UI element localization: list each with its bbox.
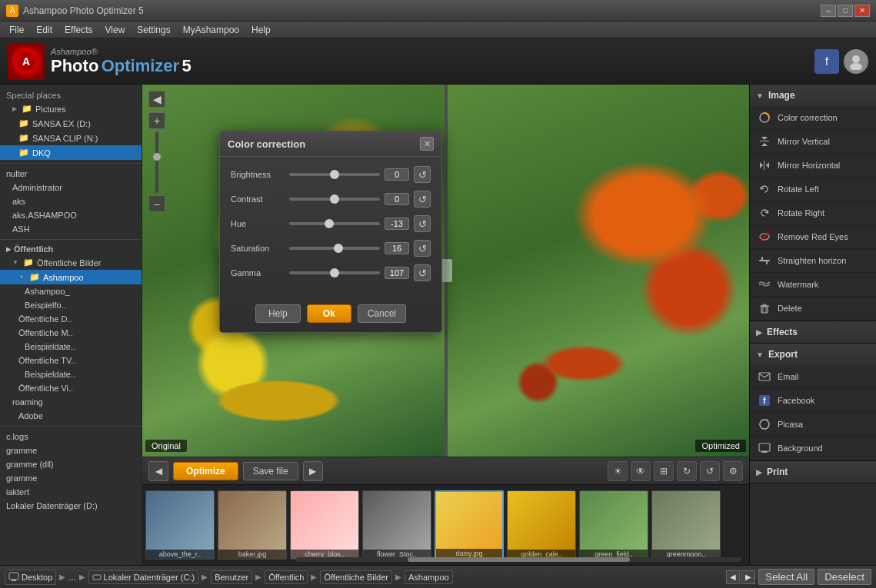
sidebar-item-aksashampoo[interactable]: aks.ASHAMPOO [0,208,142,222]
menu-myashampoo[interactable]: MyAshampoo [177,23,245,37]
sidebar-item-ashampoo-sub[interactable]: Ashampoo_ [0,284,142,298]
panel-export-header[interactable]: ▼ Export [750,344,876,365]
thumbnail-0[interactable]: above_the_r.. [145,490,215,560]
redeye-icon-btn[interactable]: 👁 [631,461,651,481]
menu-edit[interactable]: Edit [30,23,58,37]
dialog-close-button[interactable]: ✕ [420,137,434,151]
menu-settings[interactable]: Settings [131,23,176,37]
hue-slider[interactable] [289,222,380,225]
saturation-thumb[interactable] [334,244,343,253]
thumbnail-2[interactable]: cherry_blos.. [290,490,359,560]
saturation-reset[interactable]: ↺ [414,240,431,257]
sidebar-item-sansaex[interactable]: 📁SANSA EX (D:) [0,116,142,131]
facebook-button[interactable]: f [814,49,839,74]
gamma-reset[interactable]: ↺ [414,264,431,281]
panel-item-watermark[interactable]: Watermark [750,273,876,297]
prev-image-button[interactable]: ◀ [148,461,168,481]
thumb-nav-right[interactable]: ▶ [741,570,755,584]
sidebar-item-gramme-dll[interactable]: gramme (dll) [0,457,142,471]
status-desktop[interactable]: Desktop [5,570,56,585]
thumbnail-1[interactable]: baker.jpg [218,490,287,560]
sidebar-item-offentliche-bilder[interactable]: ▼📁Öffentliche Bilder [0,255,142,270]
hue-reset[interactable]: ↺ [414,215,431,232]
dialog-cancel-button[interactable]: Cancel [358,304,406,323]
saturation-slider[interactable] [289,247,380,250]
contrast-slider[interactable] [289,198,380,201]
panel-item-picasa[interactable]: Picasa [750,413,876,437]
sidebar-item-ash[interactable]: ASH [0,222,142,236]
contrast-reset[interactable]: ↺ [414,191,431,208]
crop-icon-btn[interactable]: ⊞ [654,461,674,481]
maximize-button[interactable]: □ [838,5,853,17]
contrast-thumb[interactable] [330,194,339,204]
status-lokaler[interactable]: Lokaler Datenträger (C:) [88,570,199,584]
menu-help[interactable]: Help [245,23,277,37]
undo-icon-btn[interactable]: ↺ [700,461,720,481]
panel-item-email[interactable]: Email [750,365,876,389]
sidebar-group-offentlich[interactable]: ▶Öffentlich [0,243,142,255]
thumbnail-6[interactable]: green_field.. [579,490,648,560]
sidebar-item-pictures[interactable]: ▶📁Pictures [0,101,142,116]
sidebar-item-dkq[interactable]: 📁DKQ [0,145,142,160]
thumbnail-scrollbar-thumb[interactable] [408,557,631,562]
sidebar-item-off-d[interactable]: Öffentliche D.. [0,312,142,326]
panel-item-color-correction[interactable]: Color correction [750,106,876,130]
optimize-button[interactable]: Optimize [173,462,238,480]
settings-icon-btn[interactable]: ⚙ [723,461,743,481]
panel-item-rotate-right[interactable]: Rotate Right [750,201,876,225]
status-offentlich[interactable]: Öffentlich [265,570,308,584]
sidebar-item-gramme[interactable]: gramme [0,443,142,457]
save-file-button[interactable]: Save file [243,462,298,480]
panel-item-remove-red-eyes[interactable]: Remove Red Eyes [750,225,876,249]
sidebar-item-off-tv[interactable]: Öffentliche TV.. [0,354,142,367]
dialog-help-button[interactable]: Help [255,304,301,323]
select-all-button[interactable]: Select All [758,569,814,585]
sidebar-item-beispiel3[interactable]: Beispieldate.. [0,367,142,381]
menu-effects[interactable]: Effects [58,23,98,37]
sidebar-item-nulter[interactable]: nulter [0,167,142,181]
close-button[interactable]: ✕ [854,5,870,17]
brightness-slider[interactable] [289,173,380,176]
panel-item-mirror-vertical[interactable]: Mirror Vertical [750,130,876,154]
hue-thumb[interactable] [325,219,334,228]
panel-item-facebook[interactable]: f Facebook [750,389,876,413]
deselect-button[interactable]: Deselect [818,569,871,585]
minimize-button[interactable]: – [821,5,836,17]
sidebar-item-roaming[interactable]: roaming [0,395,142,409]
brightness-reset[interactable]: ↺ [414,166,431,183]
sidebar-item-clogs[interactable]: c.logs [0,430,142,443]
status-offentliche-bilder[interactable]: Öffentliche Bilder [320,570,392,584]
panel-print-header[interactable]: ▶ Print [750,461,876,483]
thumbnail-3[interactable]: flower_Stoc.. [362,490,431,560]
panel-item-delete[interactable]: Delete [750,297,876,321]
panel-item-rotate-left[interactable]: Rotate Left [750,178,876,201]
sidebar-item-beispielfo[interactable]: Beispielfo.. [0,298,142,312]
menu-file[interactable]: File [3,23,30,37]
dialog-ok-button[interactable]: Ok [307,304,351,323]
sidebar-item-admin[interactable]: Administrator [0,181,142,194]
panel-image-header[interactable]: ▼ Image [750,85,876,106]
thumb-nav-left[interactable]: ◀ [726,570,740,584]
sidebar-item-sansaclip[interactable]: 📁SANSA CLIP (N:) [0,131,142,145]
next-image-button[interactable]: ▶ [303,461,323,481]
sidebar-item-adobe[interactable]: Adobe [0,409,142,423]
user-account-button[interactable] [844,49,868,74]
panel-item-straighten[interactable]: Straighten horizon [750,249,876,273]
thumbnail-4[interactable]: daisy.jpg [435,490,504,560]
brightness-thumb[interactable] [330,170,339,179]
gamma-slider[interactable] [289,271,380,274]
sidebar-item-aks[interactable]: aks [0,194,142,208]
panel-item-background[interactable]: Background [750,437,876,460]
sidebar-item-gramme2[interactable]: gramme [0,471,142,485]
sidebar-item-off-m[interactable]: Öffentliche M.. [0,326,142,340]
thumbnail-7[interactable]: greenmoon.. [651,490,721,560]
sidebar-item-iaktert[interactable]: iaktert [0,485,142,499]
sidebar-item-lokaler[interactable]: Lokaler Datenträger (D:) [0,499,142,513]
brightness-icon-btn[interactable]: ☀ [608,461,628,481]
rotate-icon-btn[interactable]: ↻ [677,461,697,481]
sidebar-item-ashampoo[interactable]: ▼📁Ashampoo [0,270,142,284]
gamma-thumb[interactable] [330,268,339,277]
status-ashampoo[interactable]: Ashampoo [405,570,453,584]
sidebar-item-beispiel2[interactable]: Beispieldate.. [0,340,142,354]
status-benutzer[interactable]: Benutzer [211,570,252,584]
